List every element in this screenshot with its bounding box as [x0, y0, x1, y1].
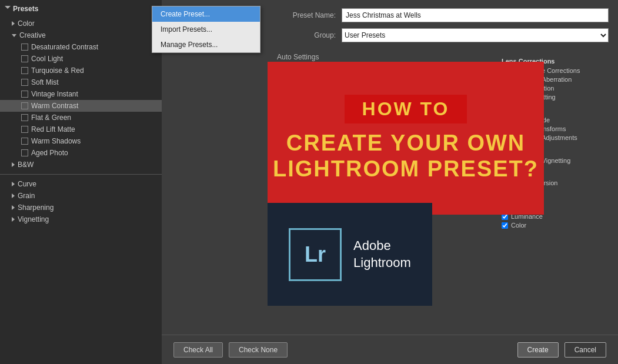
menu-item-create-preset[interactable]: Create Preset... [152, 6, 260, 22]
preset-icon [21, 114, 28, 121]
preset-label: Warm Contrast [31, 102, 78, 110]
presets-title: Presets [13, 5, 38, 13]
group-row: Group: User Presets [277, 28, 609, 42]
preset-label: Flat & Green [31, 113, 71, 122]
list-item[interactable]: Soft Mist [0, 76, 162, 88]
list-item[interactable]: Warm Shadows [0, 135, 162, 147]
preset-label: Red Lift Matte [31, 125, 75, 133]
group-select[interactable]: User Presets [342, 28, 609, 42]
lr-text-block: Adobe Lightroom [353, 238, 411, 271]
creative-expand-icon [12, 34, 16, 37]
grain-expand-icon [12, 193, 15, 198]
check-none-button[interactable]: Check None [229, 342, 288, 358]
preset-icon [21, 55, 28, 62]
left-panel: Presets + Color Creative Desaturated Con… [0, 0, 162, 364]
sidebar-item-curve[interactable]: Curve [0, 178, 162, 190]
bottom-left-buttons: Check All Check None [173, 342, 288, 358]
sidebar-item-bw[interactable]: B&W [0, 159, 162, 171]
preset-label: Warm Shadows [31, 137, 81, 145]
preset-label: Aged Photo [31, 149, 68, 157]
sidebar-item-creative[interactable]: Creative [0, 29, 162, 41]
grain-label: Grain [18, 192, 35, 200]
checkbox-color: Color [502, 222, 611, 229]
preset-name-row: Preset Name: [277, 8, 609, 22]
checkbox-color-input[interactable] [502, 222, 508, 229]
preset-name-label: Preset Name: [277, 11, 336, 19]
bw-expand-icon [12, 162, 15, 167]
preset-icon [21, 67, 28, 74]
preset-label: Vintage Instant [31, 90, 78, 98]
lr-brand: Adobe [353, 238, 411, 255]
color-expand-icon [12, 21, 15, 26]
checkbox-color-label: Color [511, 222, 526, 229]
context-menu: Create Preset... Import Presets... Manag… [152, 6, 260, 53]
sharpening-label: Sharpening [18, 203, 54, 212]
presets-expand-arrow [5, 6, 11, 12]
bottom-right-buttons: Create Cancel [517, 342, 606, 358]
overlay-main-title: CREATE YOUR OWN LIGHTROOM PRESET? [273, 131, 539, 182]
preset-label: Cool Light [31, 55, 63, 63]
list-item[interactable]: Turquoise & Red [0, 65, 162, 76]
group-label: Group: [277, 31, 336, 39]
check-all-button[interactable]: Check All [173, 342, 223, 358]
preset-icon [21, 79, 28, 86]
list-item[interactable]: Aged Photo [0, 147, 162, 159]
menu-item-import-presets[interactable]: Import Presets... [152, 22, 260, 37]
sidebar-item-vignetting[interactable]: Vignetting [0, 213, 162, 225]
preset-icon [21, 138, 28, 145]
list-item[interactable]: Vintage Instant [0, 88, 162, 100]
create-button[interactable]: Create [517, 342, 559, 358]
preset-icon [21, 44, 28, 51]
creative-label: Creative [19, 31, 46, 39]
curve-label: Curve [18, 180, 36, 188]
sidebar-item-grain[interactable]: Grain [0, 190, 162, 202]
preset-name-input[interactable] [342, 8, 609, 22]
lr-logo-card: Lr Adobe Lightroom [268, 203, 432, 306]
preset-label: Turquoise & Red [31, 66, 84, 75]
overlay-banner: HOW TO CREATE YOUR OWN LIGHTROOM PRESET? [268, 62, 544, 215]
color-label: Color [18, 19, 35, 28]
lr-letters: Lr [305, 242, 326, 267]
how-to-box: HOW TO [345, 95, 467, 123]
list-item[interactable]: Desaturated Contrast [0, 41, 162, 53]
how-to-text: HOW TO [362, 98, 450, 119]
presets-header: Presets + [0, 0, 162, 18]
bottom-bar: Check All Check None Create Cancel [162, 335, 618, 364]
lr-product: Lightroom [353, 255, 411, 272]
vignetting-label: Vignetting [18, 215, 49, 223]
cancel-button[interactable]: Cancel [564, 342, 606, 358]
list-item-warm-contrast[interactable]: Warm Contrast [0, 100, 162, 112]
preset-icon [21, 102, 28, 109]
menu-item-manage-presets[interactable]: Manage Presets... [152, 37, 260, 52]
sharpening-expand-icon [12, 205, 15, 210]
main-area: Preset Name: Group: User Presets Auto Se… [162, 0, 618, 364]
sidebar-item-sharpening[interactable]: Sharpening [0, 202, 162, 213]
bw-label: B&W [18, 161, 34, 169]
list-item[interactable]: Cool Light [0, 53, 162, 65]
vignetting-expand-icon [12, 217, 15, 222]
list-item[interactable]: Red Lift Matte [0, 123, 162, 135]
list-item[interactable]: Flat & Green [0, 112, 162, 123]
preset-label: Desaturated Contrast [31, 43, 98, 51]
preset-icon [21, 126, 28, 133]
sidebar-item-color[interactable]: Color [0, 18, 162, 29]
curve-expand-icon [12, 182, 15, 186]
preset-icon [21, 149, 28, 156]
preset-icon [21, 91, 28, 98]
preset-label: Soft Mist [31, 78, 59, 86]
lr-icon-box: Lr [289, 228, 342, 281]
